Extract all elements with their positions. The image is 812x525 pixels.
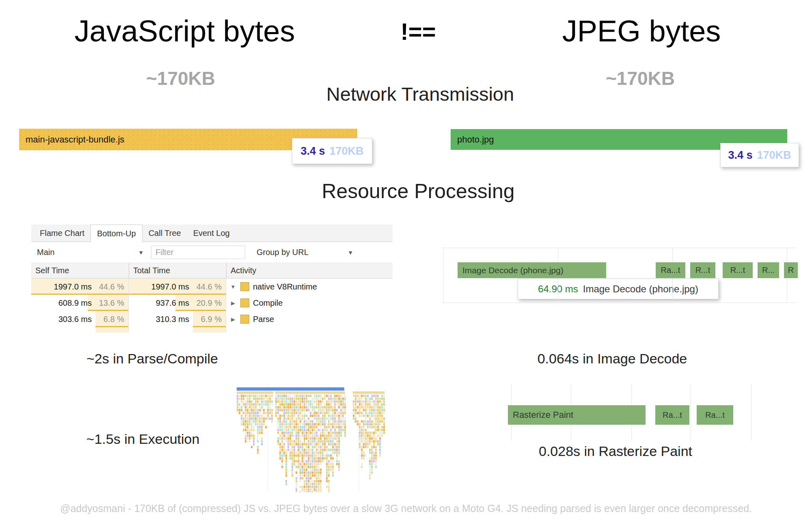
- filter-input[interactable]: [151, 246, 245, 259]
- timeline-bar-label: R...t: [730, 266, 745, 275]
- timeline-bar[interactable]: R...t: [690, 262, 715, 278]
- devtools-toolbar: Main ▼ Group by URL ▼: [31, 242, 393, 263]
- table-header-row: Self Time Total Time Activity: [31, 263, 393, 279]
- timeline-bar[interactable]: Ra...t: [656, 262, 685, 278]
- flame-header-bar: [237, 387, 344, 391]
- jpeg-network-tooltip: 3.4 s 170KB: [720, 143, 799, 167]
- timeline-gridline: [443, 248, 797, 248]
- self-time-cell: 1997.0 ms44.6 %: [31, 279, 129, 295]
- timeline-bar-label: Ra...t: [705, 410, 725, 420]
- slide-canvas: JavaScript bytes !== JPEG bytes ~170KB ~…: [0, 0, 812, 525]
- footer-attribution: @addyosmani - 170KB of (compressed) JS v…: [0, 503, 812, 514]
- self-time-cell: 608.9 ms13.6 %: [31, 295, 129, 311]
- rasterize-paint-track: Rasterize PaintRa...tRa...t: [499, 382, 759, 443]
- activity-label: native V8Runtime: [253, 282, 317, 292]
- network-transmission-heading: Network Transmission: [244, 83, 597, 105]
- js-tooltip-time: 3.4 s: [300, 145, 325, 158]
- chevron-down-icon: ▼: [348, 249, 353, 256]
- jpeg-tooltip-size: 170KB: [757, 149, 791, 162]
- table-row[interactable]: 1997.0 ms44.6 %1997.0 ms44.6 %▼native V8…: [31, 279, 393, 295]
- timeline-bar-label: R...: [762, 266, 775, 275]
- tab-call-tree[interactable]: Call Tree: [143, 225, 187, 242]
- chevron-down-icon: ▼: [138, 249, 144, 256]
- table-row[interactable]: 608.9 ms13.6 %937.6 ms20.9 %▶Compile: [31, 295, 393, 311]
- js-tooltip-size: 170KB: [330, 145, 364, 158]
- timeline-bar[interactable]: R: [784, 262, 798, 278]
- activity-cell: ▶Compile: [226, 295, 393, 311]
- resource-processing-heading: Resource Processing: [242, 179, 595, 203]
- image-decode-tooltip: 64.90 ms Image Decode (phone.jpg): [518, 279, 719, 299]
- activity-color-swatch: [240, 282, 249, 291]
- timeline-bar[interactable]: Ra...t: [655, 405, 689, 425]
- js-network-bar-label: main-javascript-bundle.js: [26, 134, 124, 145]
- group-by-select-value: Group by URL: [257, 248, 309, 257]
- jpeg-tooltip-time: 3.4 s: [728, 149, 752, 162]
- timeline-bar-main-label: Image Decode (phone.jpg): [462, 266, 564, 275]
- timeline-bar-main[interactable]: Image Decode (phone.jpg): [458, 262, 606, 278]
- timeline-bar[interactable]: R...t: [723, 262, 753, 278]
- timeline-bar[interactable]: R...: [758, 262, 779, 278]
- caption-rasterize-paint: 0.028s in Rasterize Paint: [473, 443, 758, 459]
- timeline-gridline: [751, 384, 752, 441]
- thread-select-value: Main: [37, 248, 54, 257]
- timeline-gridline: [691, 384, 691, 441]
- timeline-bar-label: R: [788, 266, 794, 275]
- title-javascript-bytes: JavaScript bytes: [43, 14, 327, 48]
- jpeg-network-bar-label: photo.jpg: [457, 134, 494, 145]
- group-by-select[interactable]: Group by URL ▼: [251, 242, 361, 263]
- table-row-partial: [31, 327, 393, 333]
- timeline-bar-main[interactable]: Rasterize Paint: [508, 405, 646, 425]
- timeline-bar-label: Ra...t: [663, 410, 682, 420]
- tab-bottom-up[interactable]: Bottom-Up: [91, 225, 143, 242]
- column-header-self-time[interactable]: Self Time: [31, 263, 129, 278]
- activity-cell: ▼native V8Runtime: [226, 279, 393, 295]
- table-row[interactable]: 303.6 ms6.8 %310.3 ms6.9 %▶Parse: [31, 311, 393, 327]
- timeline-bar-main-label: Rasterize Paint: [513, 410, 573, 420]
- timeline-bar[interactable]: Ra...t: [697, 405, 733, 425]
- thread-select[interactable]: Main ▼: [31, 242, 151, 263]
- caption-parse-compile: ~2s in Parse/Compile: [30, 351, 274, 367]
- tab-flame-chart[interactable]: Flame Chart: [34, 225, 91, 242]
- caption-execution: ~1.5s in Execution: [21, 431, 265, 447]
- title-jpeg-bytes: JPEG bytes: [528, 14, 755, 48]
- table-body: 1997.0 ms44.6 %1997.0 ms44.6 %▼native V8…: [31, 279, 393, 327]
- triangle-down-icon[interactable]: ▼: [229, 284, 237, 290]
- js-network-tooltip: 3.4 s 170KB: [292, 138, 372, 164]
- activity-color-swatch: [240, 298, 249, 307]
- title-not-equal-operator: !==: [365, 18, 471, 45]
- js-size-label: ~170KB: [99, 67, 262, 89]
- execution-flame-chart: [237, 385, 387, 492]
- timeline-gridline: [443, 302, 797, 303]
- activity-color-swatch: [240, 315, 249, 324]
- caption-image-decode: 0.064s in Image Decode: [470, 351, 754, 367]
- self-time-cell: 303.6 ms6.8 %: [31, 311, 129, 327]
- activity-cell: ▶Parse: [226, 311, 393, 327]
- timeline-bar-label: R...t: [695, 266, 710, 275]
- devtools-panel: Flame ChartBottom-UpCall TreeEvent Log M…: [31, 225, 393, 333]
- column-header-activity[interactable]: Activity: [226, 263, 393, 278]
- decode-tooltip-label: Image Decode (phone.jpg): [583, 283, 698, 295]
- image-decode-track: 64.90 ms Image Decode (phone.jpg) Image …: [443, 244, 797, 305]
- timeline-gridline: [443, 248, 444, 302]
- total-time-cell: 310.3 ms6.9 %: [129, 311, 226, 327]
- tab-event-log[interactable]: Event Log: [187, 225, 236, 242]
- triangle-right-icon[interactable]: ▶: [229, 316, 237, 322]
- column-header-total-time[interactable]: Total Time: [129, 263, 226, 278]
- total-time-cell: 937.6 ms20.9 %: [129, 295, 226, 311]
- devtools-tabstrip: Flame ChartBottom-UpCall TreeEvent Log: [31, 225, 393, 242]
- activity-label: Compile: [253, 298, 283, 308]
- total-time-cell: 1997.0 ms44.6 %: [129, 279, 226, 295]
- triangle-right-icon[interactable]: ▶: [229, 300, 237, 306]
- activity-label: Parse: [253, 315, 274, 324]
- timeline-bar-label: Ra...t: [661, 266, 680, 275]
